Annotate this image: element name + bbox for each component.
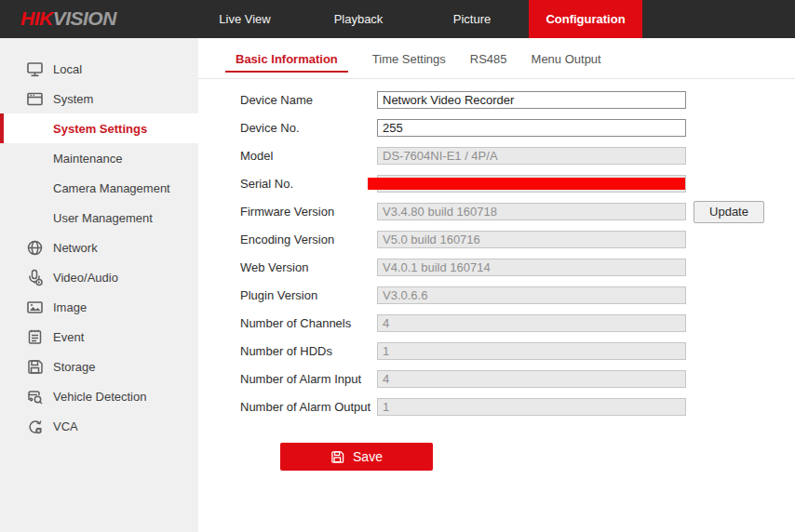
sidebar-item-vehicle-detection[interactable]: Vehicle Detection (0, 381, 198, 411)
sidebar-item-label: VCA (53, 419, 78, 433)
sidebar-item-user-management[interactable]: User Management (0, 203, 198, 233)
globe-icon (26, 239, 44, 257)
picture-icon (26, 299, 44, 316)
form-row-firmware-version: Firmware Version Update (240, 203, 795, 220)
save-button-label: Save (353, 449, 383, 464)
microphone-icon (26, 269, 44, 286)
form-row-device-name: Device Name (240, 91, 795, 109)
device-no-input[interactable] (377, 119, 686, 137)
sidebar: Local System System Settings Maintenance… (0, 38, 198, 532)
web-version-label: Web Version (240, 260, 377, 274)
form-row-number-of-hdds: Number of HDDs (240, 342, 795, 360)
sidebar-item-label: Network (53, 241, 98, 255)
basic-information-form: Device Name Device No. Model Serial No. … (198, 79, 795, 471)
form-row-number-of-channels: Number of Channels (240, 314, 795, 332)
firmware-version-field (377, 203, 686, 220)
tab-rs485[interactable]: RS485 (470, 52, 507, 73)
number-of-alarm-output-label: Number of Alarm Output (240, 400, 377, 414)
sidebar-item-storage[interactable]: Storage (0, 352, 198, 381)
form-row-encoding-version: Encoding Version (240, 231, 795, 248)
system-window-icon (26, 90, 44, 108)
monitor-icon (26, 60, 44, 78)
logo-text-secondary: VISION (53, 7, 116, 29)
number-of-alarm-input-label: Number of Alarm Input (240, 372, 377, 386)
notepad-icon (26, 328, 44, 346)
sidebar-item-video-audio[interactable]: Video/Audio (0, 262, 198, 292)
update-button[interactable]: Update (694, 201, 764, 223)
number-of-channels-label: Number of Channels (240, 316, 377, 330)
sidebar-item-event[interactable]: Event (0, 322, 198, 352)
web-version-field (377, 259, 686, 276)
form-row-web-version: Web Version (240, 259, 795, 276)
sidebar-item-label: Local (53, 62, 82, 76)
nav-live-view[interactable]: Live View (188, 0, 302, 38)
plugin-version-field (377, 286, 686, 304)
hikvision-logo: HIKVISION (20, 7, 116, 30)
tab-bar: Basic Information Time Settings RS485 Me… (198, 38, 795, 79)
number-of-alarm-input-field (377, 370, 686, 388)
model-field (377, 147, 686, 165)
top-navigation: Live View Playback Picture Configuration (188, 0, 642, 38)
main-content: Basic Information Time Settings RS485 Me… (198, 38, 795, 532)
number-of-hdds-field (377, 342, 686, 360)
save-button[interactable]: Save (280, 443, 433, 471)
sidebar-item-label: System Settings (53, 122, 147, 136)
model-label: Model (240, 149, 377, 163)
sidebar-item-image[interactable]: Image (0, 292, 198, 322)
device-name-label: Device Name (240, 93, 377, 107)
sidebar-item-label: Storage (53, 360, 96, 374)
sidebar-item-camera-management[interactable]: Camera Management (0, 173, 198, 203)
nav-playback[interactable]: Playback (302, 0, 415, 38)
serial-no-label: Serial No. (240, 177, 377, 191)
firmware-version-label: Firmware Version (240, 205, 377, 219)
vca-icon (26, 418, 44, 435)
sidebar-item-label: Maintenance (53, 152, 122, 166)
sidebar-item-label: User Management (53, 211, 153, 225)
number-of-alarm-output-field (377, 398, 686, 416)
sidebar-item-label: Vehicle Detection (53, 390, 146, 404)
tab-time-settings[interactable]: Time Settings (372, 52, 446, 73)
form-row-serial-no: Serial No. (240, 175, 795, 193)
form-row-number-of-alarm-input: Number of Alarm Input (240, 370, 795, 388)
sidebar-item-label: Camera Management (53, 181, 170, 195)
sidebar-item-system[interactable]: System (0, 84, 198, 113)
form-row-number-of-alarm-output: Number of Alarm Output (240, 398, 795, 416)
save-floppy-icon (330, 450, 344, 464)
logo-text-primary: HIK (20, 7, 53, 29)
form-row-model: Model (240, 147, 795, 165)
sidebar-item-label: Video/Audio (53, 271, 118, 285)
top-bar: HIKVISION Live View Playback Picture Con… (0, 0, 795, 38)
serial-no-field-wrap (377, 175, 686, 193)
sidebar-item-local[interactable]: Local (0, 54, 198, 84)
sidebar-item-network[interactable]: Network (0, 233, 198, 262)
sidebar-item-label: Event (53, 330, 84, 344)
sidebar-item-label: System (53, 92, 93, 106)
vehicle-search-icon (26, 388, 44, 406)
tab-basic-information[interactable]: Basic Information (225, 52, 348, 73)
tab-menu-output[interactable]: Menu Output (532, 52, 601, 73)
sidebar-item-vca[interactable]: VCA (0, 411, 198, 441)
device-no-label: Device No. (240, 121, 377, 135)
encoding-version-field (377, 231, 686, 248)
plugin-version-label: Plugin Version (240, 288, 377, 302)
serial-redaction-bar (368, 178, 685, 190)
nav-configuration[interactable]: Configuration (529, 0, 642, 38)
sidebar-item-maintenance[interactable]: Maintenance (0, 143, 198, 173)
number-of-hdds-label: Number of HDDs (240, 344, 377, 358)
sidebar-item-system-settings[interactable]: System Settings (0, 113, 198, 143)
floppy-icon (26, 358, 44, 376)
device-name-input[interactable] (377, 91, 686, 109)
nav-picture[interactable]: Picture (415, 0, 529, 38)
form-row-plugin-version: Plugin Version (240, 286, 795, 304)
encoding-version-label: Encoding Version (240, 233, 377, 246)
sidebar-item-label: Image (53, 300, 87, 314)
form-row-device-no: Device No. (240, 119, 795, 137)
number-of-channels-field (377, 314, 686, 332)
